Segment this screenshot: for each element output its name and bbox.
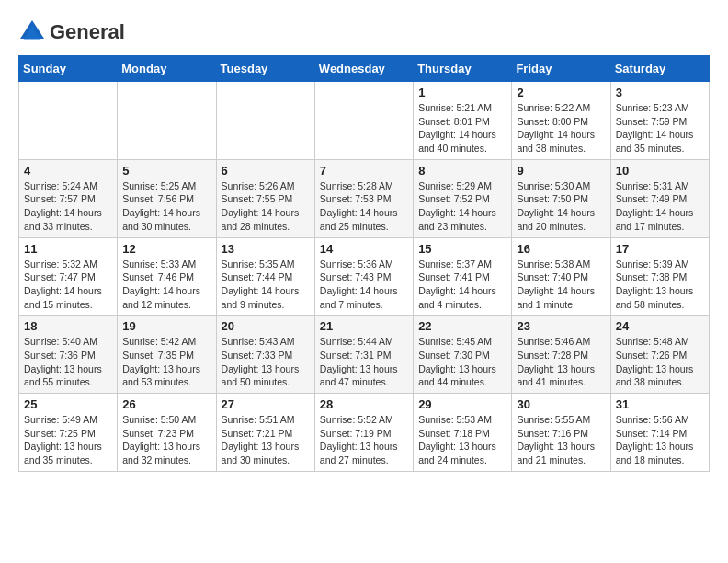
day-number: 10 — [616, 164, 704, 178]
calendar-cell: 5Sunrise: 5:25 AM Sunset: 7:56 PM Daylig… — [118, 159, 216, 237]
calendar-cell — [118, 82, 216, 160]
calendar-cell: 6Sunrise: 5:26 AM Sunset: 7:55 PM Daylig… — [216, 159, 314, 237]
calendar-cell: 11Sunrise: 5:32 AM Sunset: 7:47 PM Dayli… — [19, 237, 118, 316]
logo-text: General — [50, 21, 125, 43]
day-number: 17 — [616, 242, 704, 256]
day-info: Sunrise: 5:25 AM Sunset: 7:56 PM Dayligh… — [122, 179, 210, 234]
column-header-sunday: Sunday — [19, 56, 118, 82]
day-number: 23 — [517, 319, 605, 333]
day-number: 9 — [517, 164, 605, 178]
day-info: Sunrise: 5:31 AM Sunset: 7:49 PM Dayligh… — [616, 179, 704, 234]
calendar-table: SundayMondayTuesdayWednesdayThursdayFrid… — [18, 55, 710, 472]
day-number: 30 — [517, 397, 605, 411]
day-info: Sunrise: 5:48 AM Sunset: 7:26 PM Dayligh… — [616, 335, 704, 389]
logo-icon — [18, 18, 46, 46]
day-info: Sunrise: 5:23 AM Sunset: 7:59 PM Dayligh… — [616, 101, 704, 155]
day-number: 21 — [320, 319, 408, 333]
calendar-cell: 7Sunrise: 5:28 AM Sunset: 7:53 PM Daylig… — [314, 159, 413, 237]
day-number: 29 — [418, 397, 506, 411]
column-header-friday: Friday — [512, 56, 610, 82]
day-info: Sunrise: 5:39 AM Sunset: 7:38 PM Dayligh… — [616, 258, 704, 312]
day-info: Sunrise: 5:26 AM Sunset: 7:55 PM Dayligh… — [222, 179, 310, 234]
calendar-cell: 22Sunrise: 5:45 AM Sunset: 7:30 PM Dayli… — [414, 316, 512, 394]
calendar-cell: 25Sunrise: 5:49 AM Sunset: 7:25 PM Dayli… — [19, 394, 118, 472]
day-number: 31 — [616, 397, 704, 411]
column-header-saturday: Saturday — [610, 56, 709, 82]
day-number: 14 — [320, 242, 408, 256]
day-number: 8 — [418, 164, 506, 178]
day-info: Sunrise: 5:37 AM Sunset: 7:41 PM Dayligh… — [418, 258, 506, 312]
day-number: 15 — [418, 242, 506, 256]
day-info: Sunrise: 5:30 AM Sunset: 7:50 PM Dayligh… — [517, 179, 605, 234]
day-number: 24 — [616, 319, 704, 333]
day-number: 22 — [418, 319, 506, 333]
calendar-cell: 24Sunrise: 5:48 AM Sunset: 7:26 PM Dayli… — [610, 316, 709, 394]
day-info: Sunrise: 5:22 AM Sunset: 8:00 PM Dayligh… — [517, 101, 605, 155]
day-number: 27 — [222, 397, 310, 411]
calendar-cell: 26Sunrise: 5:50 AM Sunset: 7:23 PM Dayli… — [118, 394, 216, 472]
calendar-cell: 31Sunrise: 5:56 AM Sunset: 7:14 PM Dayli… — [610, 394, 709, 472]
column-header-wednesday: Wednesday — [314, 56, 413, 82]
calendar-cell: 18Sunrise: 5:40 AM Sunset: 7:36 PM Dayli… — [19, 316, 118, 394]
calendar-cell — [314, 82, 413, 160]
day-info: Sunrise: 5:36 AM Sunset: 7:43 PM Dayligh… — [320, 258, 408, 312]
calendar-cell — [216, 82, 314, 160]
day-number: 13 — [222, 242, 310, 256]
calendar-cell: 29Sunrise: 5:53 AM Sunset: 7:18 PM Dayli… — [414, 394, 512, 472]
day-info: Sunrise: 5:53 AM Sunset: 7:18 PM Dayligh… — [418, 413, 506, 467]
calendar-cell: 13Sunrise: 5:35 AM Sunset: 7:44 PM Dayli… — [216, 237, 314, 316]
logo: General — [18, 18, 125, 46]
day-number: 12 — [122, 242, 210, 256]
column-header-monday: Monday — [118, 56, 216, 82]
day-info: Sunrise: 5:56 AM Sunset: 7:14 PM Dayligh… — [616, 413, 704, 467]
calendar-cell: 9Sunrise: 5:30 AM Sunset: 7:50 PM Daylig… — [512, 159, 610, 237]
calendar-cell: 15Sunrise: 5:37 AM Sunset: 7:41 PM Dayli… — [414, 237, 512, 316]
day-info: Sunrise: 5:21 AM Sunset: 8:01 PM Dayligh… — [418, 101, 506, 155]
calendar-cell: 4Sunrise: 5:24 AM Sunset: 7:57 PM Daylig… — [19, 159, 118, 237]
day-info: Sunrise: 5:52 AM Sunset: 7:19 PM Dayligh… — [320, 413, 408, 467]
day-info: Sunrise: 5:49 AM Sunset: 7:25 PM Dayligh… — [24, 413, 112, 467]
calendar-cell: 30Sunrise: 5:55 AM Sunset: 7:16 PM Dayli… — [512, 394, 610, 472]
day-info: Sunrise: 5:55 AM Sunset: 7:16 PM Dayligh… — [517, 413, 605, 467]
day-info: Sunrise: 5:50 AM Sunset: 7:23 PM Dayligh… — [122, 413, 210, 467]
calendar-cell: 16Sunrise: 5:38 AM Sunset: 7:40 PM Dayli… — [512, 237, 610, 316]
day-info: Sunrise: 5:42 AM Sunset: 7:35 PM Dayligh… — [122, 335, 210, 389]
day-info: Sunrise: 5:46 AM Sunset: 7:28 PM Dayligh… — [517, 335, 605, 389]
column-header-thursday: Thursday — [414, 56, 512, 82]
calendar-cell: 14Sunrise: 5:36 AM Sunset: 7:43 PM Dayli… — [314, 237, 413, 316]
calendar-cell: 19Sunrise: 5:42 AM Sunset: 7:35 PM Dayli… — [118, 316, 216, 394]
day-number: 19 — [122, 319, 210, 333]
day-info: Sunrise: 5:40 AM Sunset: 7:36 PM Dayligh… — [24, 335, 112, 389]
day-number: 7 — [320, 164, 408, 178]
calendar-cell — [19, 82, 118, 160]
calendar-cell: 3Sunrise: 5:23 AM Sunset: 7:59 PM Daylig… — [610, 82, 709, 160]
day-number: 16 — [517, 242, 605, 256]
calendar-cell: 28Sunrise: 5:52 AM Sunset: 7:19 PM Dayli… — [314, 394, 413, 472]
day-number: 2 — [517, 86, 605, 99]
day-number: 26 — [122, 397, 210, 411]
calendar-cell: 17Sunrise: 5:39 AM Sunset: 7:38 PM Dayli… — [610, 237, 709, 316]
column-header-tuesday: Tuesday — [216, 56, 314, 82]
calendar-cell: 21Sunrise: 5:44 AM Sunset: 7:31 PM Dayli… — [314, 316, 413, 394]
calendar-cell: 8Sunrise: 5:29 AM Sunset: 7:52 PM Daylig… — [414, 159, 512, 237]
day-info: Sunrise: 5:45 AM Sunset: 7:30 PM Dayligh… — [418, 335, 506, 389]
calendar-cell: 20Sunrise: 5:43 AM Sunset: 7:33 PM Dayli… — [216, 316, 314, 394]
day-number: 5 — [122, 164, 210, 178]
calendar-cell: 2Sunrise: 5:22 AM Sunset: 8:00 PM Daylig… — [512, 82, 610, 160]
day-number: 4 — [24, 164, 112, 178]
day-number: 1 — [418, 86, 506, 99]
day-info: Sunrise: 5:33 AM Sunset: 7:46 PM Dayligh… — [122, 258, 210, 312]
day-number: 28 — [320, 397, 408, 411]
day-info: Sunrise: 5:38 AM Sunset: 7:40 PM Dayligh… — [517, 258, 605, 312]
day-info: Sunrise: 5:28 AM Sunset: 7:53 PM Dayligh… — [320, 179, 408, 234]
calendar-cell: 27Sunrise: 5:51 AM Sunset: 7:21 PM Dayli… — [216, 394, 314, 472]
day-info: Sunrise: 5:24 AM Sunset: 7:57 PM Dayligh… — [24, 179, 112, 234]
day-info: Sunrise: 5:29 AM Sunset: 7:52 PM Dayligh… — [418, 179, 506, 234]
day-number: 3 — [616, 86, 704, 99]
day-number: 11 — [24, 242, 112, 256]
day-number: 20 — [222, 319, 310, 333]
day-info: Sunrise: 5:51 AM Sunset: 7:21 PM Dayligh… — [222, 413, 310, 467]
day-info: Sunrise: 5:32 AM Sunset: 7:47 PM Dayligh… — [24, 258, 112, 312]
calendar-cell: 23Sunrise: 5:46 AM Sunset: 7:28 PM Dayli… — [512, 316, 610, 394]
day-number: 25 — [24, 397, 112, 411]
